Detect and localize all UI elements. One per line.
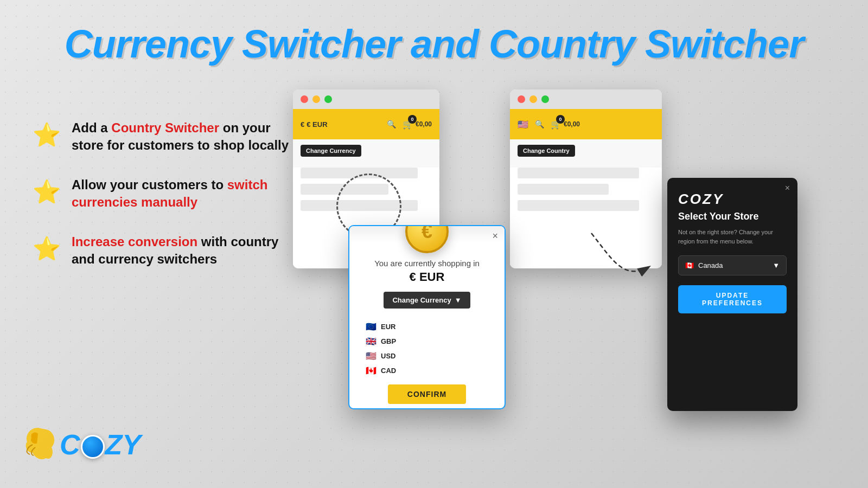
navbar-currency: € € EUR 🔍 0 🛒 €0,00: [293, 109, 439, 139]
nav-icons-1: 🔍 0 🛒 €0,00: [387, 119, 432, 130]
feature-highlight-2: switch currencies manually: [72, 177, 267, 209]
feature-text-1: Add a Country Switcher on your store for…: [72, 119, 293, 155]
selected-country-label: Canada: [698, 261, 723, 269]
cart-badge-2: 0: [556, 115, 565, 124]
currency-option-eur[interactable]: 🇪🇺 EUR: [360, 319, 494, 334]
star-icon-1: ⭐: [33, 121, 61, 148]
browser-titlebar-1: [293, 89, 439, 109]
store-modal-desc: Not on the right store? Change your regi…: [678, 228, 787, 246]
flag-cad: 🇨🇦: [366, 365, 376, 376]
features-section: ⭐ Add a Country Switcher on your store f…: [33, 119, 293, 290]
euro-symbol: €: [301, 120, 304, 129]
dot-green-1: [324, 95, 332, 103]
code-eur: EUR: [381, 323, 395, 331]
flag-usd: 🇺🇸: [366, 351, 376, 361]
eur-label: € € EUR: [301, 120, 328, 129]
cart-badge-1: 0: [408, 115, 417, 124]
dropdown-arrow-icon: ▼: [455, 296, 462, 304]
update-preferences-button[interactable]: UPDATE PREFERENCES: [678, 285, 787, 313]
browser-page-2: [510, 168, 662, 268]
logo-zy: ZY: [105, 429, 141, 460]
cozy-bird-logo: [22, 423, 60, 466]
logo-c: C: [60, 429, 80, 460]
change-currency-btn-browser1[interactable]: Change Currency: [301, 145, 361, 157]
coin-symbol: €: [422, 225, 432, 243]
dot-green-2: [541, 95, 549, 103]
feature-highlight-3: Increase conversion: [72, 234, 197, 249]
store-select-arrow: ▼: [773, 261, 780, 269]
store-modal-title: Select Your Store: [678, 211, 787, 222]
page-strip-2a: [518, 168, 639, 178]
feature-item-3: ⭐ Increase conversion with country and c…: [33, 233, 293, 268]
store-select-dropdown[interactable]: 🇨🇦 Canada ▼: [678, 255, 787, 275]
eur-text: € EUR: [307, 120, 327, 129]
change-currency-dropdown-wrapper: Change Currency ▼: [360, 292, 494, 314]
store-select-value: 🇨🇦 Canada: [685, 261, 723, 269]
currency-modal: × € You are currently shopping in € EUR …: [348, 225, 506, 409]
currency-option-gbp[interactable]: 🇬🇧 GBP: [360, 334, 494, 349]
feature-item-2: ⭐ Allow your customers to switch currenc…: [33, 176, 293, 211]
cart-container-2: 0 🛒 €0,00: [551, 119, 580, 130]
cart-amount-2: €0,00: [564, 120, 580, 128]
modal-body: You are currently shopping in € EUR Chan…: [349, 259, 505, 409]
feature-item-1: ⭐ Add a Country Switcher on your store f…: [33, 119, 293, 155]
change-currency-label: Change Currency: [392, 296, 451, 304]
dot-yellow-1: [312, 95, 320, 103]
star-icon-2: ⭐: [33, 178, 61, 205]
feature-highlight-1: Country Switcher: [111, 120, 219, 135]
store-modal-brand: COZY: [678, 191, 787, 208]
code-cad: CAD: [381, 367, 396, 375]
modal-subtitle: You are currently shopping in: [360, 259, 494, 268]
dot-red-2: [518, 95, 525, 103]
coin-wrapper: €: [349, 225, 505, 259]
flag-eur: 🇪🇺: [366, 322, 376, 332]
modal-currency-value: € EUR: [360, 270, 494, 284]
change-country-btn-browser2[interactable]: Change Country: [518, 145, 575, 157]
code-usd: USD: [381, 352, 395, 360]
cart-amount-1: €0,00: [416, 120, 432, 128]
currency-option-usd[interactable]: 🇺🇸 USD: [360, 349, 494, 363]
star-icon-3: ⭐: [33, 235, 61, 262]
canada-flag: 🇨🇦: [685, 261, 694, 269]
feature-text-2: Allow your customers to switch currencie…: [72, 176, 293, 211]
currency-list: 🇪🇺 EUR 🇬🇧 GBP 🇺🇸 USD 🇨🇦 CAD: [360, 319, 494, 378]
code-gbp: GBP: [381, 337, 396, 345]
store-modal-close[interactable]: ×: [785, 183, 790, 193]
dot-yellow-2: [529, 95, 537, 103]
flag-icon-us: 🇺🇸: [518, 119, 528, 130]
page-header: Currency Switcher and Country Switcher: [0, 0, 868, 82]
flag-gbp: 🇬🇧: [366, 336, 376, 346]
nav-icons-2: 🇺🇸 🔍 0 🛒 €0,00: [518, 119, 580, 130]
page-strip-2b: [518, 184, 609, 195]
search-icon-nav-1[interactable]: 🔍: [387, 120, 396, 129]
dot-red-1: [301, 95, 308, 103]
confirm-button[interactable]: CONFIRM: [388, 384, 466, 404]
change-currency-dropdown[interactable]: Change Currency ▼: [384, 292, 470, 309]
search-icon-nav-2[interactable]: 🔍: [535, 120, 544, 129]
page-strip-2c: [518, 200, 639, 211]
euro-coin-icon: €: [405, 225, 449, 253]
logo-globe: [81, 435, 105, 459]
page-title: Currency Switcher and Country Switcher: [0, 22, 868, 66]
cart-container-1: 0 🛒 €0,00: [403, 119, 432, 130]
browser-titlebar-2: [510, 89, 662, 109]
cozy-logo-text: CZY: [60, 431, 141, 459]
currency-option-cad[interactable]: 🇨🇦 CAD: [360, 363, 494, 378]
feature-text-3: Increase conversion with country and cur…: [72, 233, 293, 268]
cozy-logo: CZY: [22, 423, 141, 466]
browser-content-2: Change Country: [510, 139, 662, 268]
browser-window-country: 🇺🇸 🔍 0 🛒 €0,00 Change Country: [510, 89, 662, 268]
store-modal: × COZY Select Your Store Not on the righ…: [667, 178, 797, 411]
navbar-country: 🇺🇸 🔍 0 🛒 €0,00: [510, 109, 662, 139]
